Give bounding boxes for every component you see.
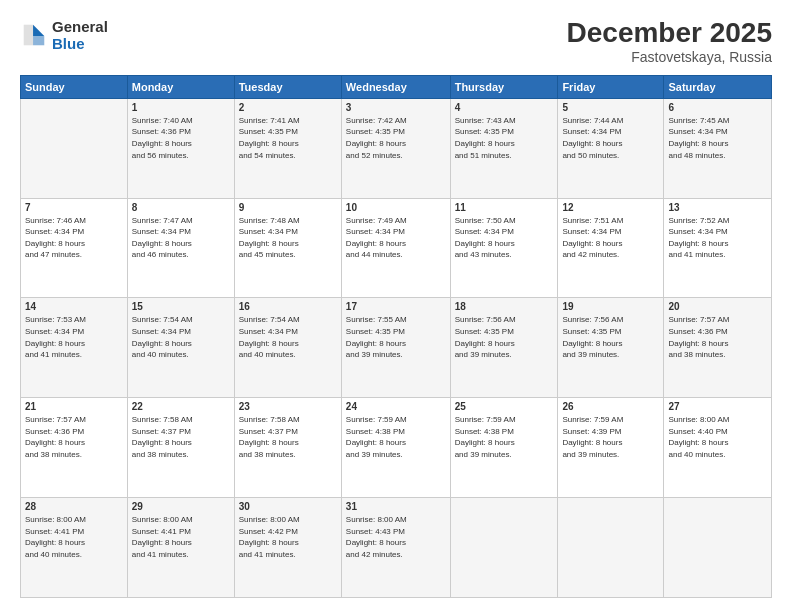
day-number: 30 bbox=[239, 501, 337, 512]
calendar-cell: 23Sunrise: 7:58 AMSunset: 4:37 PMDayligh… bbox=[234, 398, 341, 498]
calendar-cell: 22Sunrise: 7:58 AMSunset: 4:37 PMDayligh… bbox=[127, 398, 234, 498]
page: General Blue December 2025 Fastovetskaya… bbox=[0, 0, 792, 612]
day-number: 13 bbox=[668, 202, 767, 213]
day-number: 18 bbox=[455, 301, 554, 312]
calendar-cell: 8Sunrise: 7:47 AMSunset: 4:34 PMDaylight… bbox=[127, 198, 234, 298]
day-info: Sunrise: 7:59 AMSunset: 4:38 PMDaylight:… bbox=[455, 414, 554, 460]
header-row: SundayMondayTuesdayWednesdayThursdayFrid… bbox=[21, 75, 772, 98]
day-info: Sunrise: 7:45 AMSunset: 4:34 PMDaylight:… bbox=[668, 115, 767, 161]
day-info: Sunrise: 7:48 AMSunset: 4:34 PMDaylight:… bbox=[239, 215, 337, 261]
day-number: 23 bbox=[239, 401, 337, 412]
calendar-cell: 15Sunrise: 7:54 AMSunset: 4:34 PMDayligh… bbox=[127, 298, 234, 398]
day-info: Sunrise: 7:43 AMSunset: 4:35 PMDaylight:… bbox=[455, 115, 554, 161]
day-number: 4 bbox=[455, 102, 554, 113]
day-number: 29 bbox=[132, 501, 230, 512]
day-info: Sunrise: 7:46 AMSunset: 4:34 PMDaylight:… bbox=[25, 215, 123, 261]
day-number: 14 bbox=[25, 301, 123, 312]
day-info: Sunrise: 7:41 AMSunset: 4:35 PMDaylight:… bbox=[239, 115, 337, 161]
day-info: Sunrise: 7:58 AMSunset: 4:37 PMDaylight:… bbox=[239, 414, 337, 460]
day-info: Sunrise: 7:49 AMSunset: 4:34 PMDaylight:… bbox=[346, 215, 446, 261]
day-number: 12 bbox=[562, 202, 659, 213]
calendar-cell: 17Sunrise: 7:55 AMSunset: 4:35 PMDayligh… bbox=[341, 298, 450, 398]
calendar-cell: 27Sunrise: 8:00 AMSunset: 4:40 PMDayligh… bbox=[664, 398, 772, 498]
calendar-cell: 20Sunrise: 7:57 AMSunset: 4:36 PMDayligh… bbox=[664, 298, 772, 398]
svg-marker-1 bbox=[33, 36, 44, 45]
header-day-tuesday: Tuesday bbox=[234, 75, 341, 98]
calendar-cell: 14Sunrise: 7:53 AMSunset: 4:34 PMDayligh… bbox=[21, 298, 128, 398]
day-number: 19 bbox=[562, 301, 659, 312]
svg-marker-2 bbox=[24, 25, 33, 46]
logo: General Blue bbox=[20, 18, 108, 53]
logo-general: General bbox=[52, 18, 108, 35]
calendar-table: SundayMondayTuesdayWednesdayThursdayFrid… bbox=[20, 75, 772, 598]
logo-icon bbox=[20, 21, 48, 49]
logo-blue: Blue bbox=[52, 35, 85, 52]
calendar-cell bbox=[664, 498, 772, 598]
week-row-1: 1Sunrise: 7:40 AMSunset: 4:36 PMDaylight… bbox=[21, 98, 772, 198]
calendar-cell: 2Sunrise: 7:41 AMSunset: 4:35 PMDaylight… bbox=[234, 98, 341, 198]
day-number: 2 bbox=[239, 102, 337, 113]
day-number: 21 bbox=[25, 401, 123, 412]
week-row-5: 28Sunrise: 8:00 AMSunset: 4:41 PMDayligh… bbox=[21, 498, 772, 598]
day-info: Sunrise: 7:54 AMSunset: 4:34 PMDaylight:… bbox=[132, 314, 230, 360]
calendar-cell bbox=[558, 498, 664, 598]
calendar-cell: 5Sunrise: 7:44 AMSunset: 4:34 PMDaylight… bbox=[558, 98, 664, 198]
week-row-3: 14Sunrise: 7:53 AMSunset: 4:34 PMDayligh… bbox=[21, 298, 772, 398]
day-info: Sunrise: 8:00 AMSunset: 4:41 PMDaylight:… bbox=[132, 514, 230, 560]
calendar-cell: 28Sunrise: 8:00 AMSunset: 4:41 PMDayligh… bbox=[21, 498, 128, 598]
calendar-cell: 7Sunrise: 7:46 AMSunset: 4:34 PMDaylight… bbox=[21, 198, 128, 298]
day-info: Sunrise: 8:00 AMSunset: 4:43 PMDaylight:… bbox=[346, 514, 446, 560]
day-info: Sunrise: 7:56 AMSunset: 4:35 PMDaylight:… bbox=[455, 314, 554, 360]
day-info: Sunrise: 8:00 AMSunset: 4:40 PMDaylight:… bbox=[668, 414, 767, 460]
day-info: Sunrise: 7:44 AMSunset: 4:34 PMDaylight:… bbox=[562, 115, 659, 161]
day-info: Sunrise: 7:42 AMSunset: 4:35 PMDaylight:… bbox=[346, 115, 446, 161]
day-info: Sunrise: 7:47 AMSunset: 4:34 PMDaylight:… bbox=[132, 215, 230, 261]
header-day-monday: Monday bbox=[127, 75, 234, 98]
calendar-cell: 24Sunrise: 7:59 AMSunset: 4:38 PMDayligh… bbox=[341, 398, 450, 498]
header-day-sunday: Sunday bbox=[21, 75, 128, 98]
header-day-thursday: Thursday bbox=[450, 75, 558, 98]
day-number: 17 bbox=[346, 301, 446, 312]
day-number: 16 bbox=[239, 301, 337, 312]
day-number: 15 bbox=[132, 301, 230, 312]
calendar-cell: 26Sunrise: 7:59 AMSunset: 4:39 PMDayligh… bbox=[558, 398, 664, 498]
day-info: Sunrise: 7:58 AMSunset: 4:37 PMDaylight:… bbox=[132, 414, 230, 460]
day-info: Sunrise: 7:54 AMSunset: 4:34 PMDaylight:… bbox=[239, 314, 337, 360]
title-block: December 2025 Fastovetskaya, Russia bbox=[567, 18, 772, 65]
day-info: Sunrise: 7:57 AMSunset: 4:36 PMDaylight:… bbox=[668, 314, 767, 360]
header: General Blue December 2025 Fastovetskaya… bbox=[20, 18, 772, 65]
calendar-cell: 19Sunrise: 7:56 AMSunset: 4:35 PMDayligh… bbox=[558, 298, 664, 398]
day-number: 22 bbox=[132, 401, 230, 412]
day-number: 6 bbox=[668, 102, 767, 113]
calendar-cell bbox=[21, 98, 128, 198]
calendar-cell: 10Sunrise: 7:49 AMSunset: 4:34 PMDayligh… bbox=[341, 198, 450, 298]
day-number: 11 bbox=[455, 202, 554, 213]
day-number: 5 bbox=[562, 102, 659, 113]
calendar-cell: 1Sunrise: 7:40 AMSunset: 4:36 PMDaylight… bbox=[127, 98, 234, 198]
day-info: Sunrise: 7:52 AMSunset: 4:34 PMDaylight:… bbox=[668, 215, 767, 261]
day-number: 26 bbox=[562, 401, 659, 412]
day-info: Sunrise: 7:59 AMSunset: 4:38 PMDaylight:… bbox=[346, 414, 446, 460]
day-info: Sunrise: 7:51 AMSunset: 4:34 PMDaylight:… bbox=[562, 215, 659, 261]
day-info: Sunrise: 7:50 AMSunset: 4:34 PMDaylight:… bbox=[455, 215, 554, 261]
location: Fastovetskaya, Russia bbox=[567, 49, 772, 65]
calendar-cell: 4Sunrise: 7:43 AMSunset: 4:35 PMDaylight… bbox=[450, 98, 558, 198]
day-info: Sunrise: 8:00 AMSunset: 4:41 PMDaylight:… bbox=[25, 514, 123, 560]
day-info: Sunrise: 7:53 AMSunset: 4:34 PMDaylight:… bbox=[25, 314, 123, 360]
day-number: 28 bbox=[25, 501, 123, 512]
day-number: 3 bbox=[346, 102, 446, 113]
calendar-cell: 13Sunrise: 7:52 AMSunset: 4:34 PMDayligh… bbox=[664, 198, 772, 298]
day-number: 8 bbox=[132, 202, 230, 213]
day-number: 24 bbox=[346, 401, 446, 412]
day-info: Sunrise: 8:00 AMSunset: 4:42 PMDaylight:… bbox=[239, 514, 337, 560]
month-title: December 2025 bbox=[567, 18, 772, 49]
header-day-saturday: Saturday bbox=[664, 75, 772, 98]
calendar-cell: 29Sunrise: 8:00 AMSunset: 4:41 PMDayligh… bbox=[127, 498, 234, 598]
svg-marker-0 bbox=[33, 25, 44, 36]
week-row-4: 21Sunrise: 7:57 AMSunset: 4:36 PMDayligh… bbox=[21, 398, 772, 498]
calendar-cell: 12Sunrise: 7:51 AMSunset: 4:34 PMDayligh… bbox=[558, 198, 664, 298]
day-number: 25 bbox=[455, 401, 554, 412]
day-info: Sunrise: 7:40 AMSunset: 4:36 PMDaylight:… bbox=[132, 115, 230, 161]
header-day-wednesday: Wednesday bbox=[341, 75, 450, 98]
day-number: 7 bbox=[25, 202, 123, 213]
